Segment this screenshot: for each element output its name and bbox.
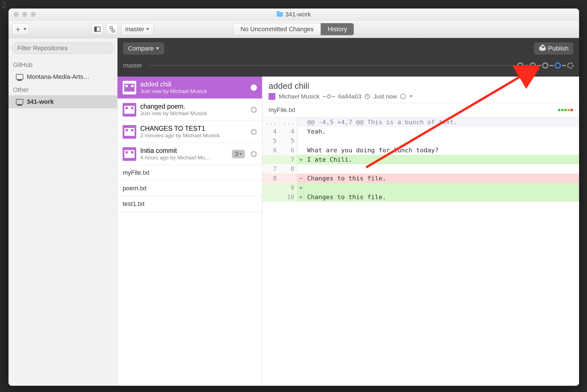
repo-label: 341-work <box>27 98 54 106</box>
commit-status-ring <box>251 129 257 135</box>
detail-author: Michael Musick <box>279 93 320 100</box>
commit-item[interactable]: changed poem. Just now by Michael Musick <box>118 99 262 121</box>
publish-button[interactable]: Publish <box>534 43 573 54</box>
branch-dropdown[interactable]: master <box>121 23 154 35</box>
commit-title: changed poem. <box>140 103 247 110</box>
commit-status-ring <box>251 107 257 113</box>
zoom-window-button[interactable] <box>31 12 36 17</box>
titlebar: 341-work <box>9 9 579 20</box>
diff-stat-dots <box>558 109 573 111</box>
avatar <box>269 93 275 100</box>
commit-subtitle: Just now by Michael Musick <box>140 88 247 94</box>
file-count-badge[interactable]: 3 <box>232 150 245 158</box>
branch-name: master <box>125 26 144 33</box>
diff-view[interactable]: ... ... @@ -4,5 +4,7 @@ This is a bunch … <box>262 117 579 202</box>
traffic-lights <box>9 12 36 17</box>
branch-icon <box>110 26 115 32</box>
detail-sha: 6a84a03 <box>338 93 362 100</box>
cloud-upload-icon <box>539 46 546 51</box>
sidebar-section-github: GitHub <box>9 58 117 70</box>
clock-icon <box>365 94 370 99</box>
chevron-down-icon <box>409 95 413 98</box>
commit-title: Initia commit <box>140 147 228 155</box>
toggle-sidebar-button[interactable] <box>91 23 103 35</box>
commit-status-ring <box>251 151 257 157</box>
commit-title: added chili <box>140 81 247 88</box>
branch-timeline: master <box>123 62 573 69</box>
repo-icon <box>16 74 23 80</box>
filter-repositories-input[interactable] <box>12 43 114 54</box>
gear-icon[interactable] <box>400 94 406 99</box>
chevron-down-icon <box>146 28 149 30</box>
minimize-window-button[interactable] <box>22 12 27 17</box>
sidebar-icon <box>94 27 100 32</box>
repo-icon <box>16 99 23 105</box>
plus-icon: ＋ <box>14 24 22 34</box>
tab-history[interactable]: History <box>320 23 354 35</box>
commit-title: CHANGES TO TEST1 <box>140 125 247 132</box>
commit-detail: added chili Michael Musick 6a84a03 Just … <box>262 77 579 386</box>
close-window-button[interactable] <box>14 12 19 17</box>
add-repo-button[interactable]: ＋ <box>12 23 29 35</box>
commit-dots <box>517 62 573 69</box>
folder-icon <box>277 12 283 17</box>
timeline-branch-label: master <box>123 62 142 69</box>
repo-label: Montana-Media-Arts… <box>27 73 89 81</box>
commit-subtitle: 2 minutes ago by Michael Musick <box>140 132 247 139</box>
avatar <box>123 125 136 139</box>
changed-file-item[interactable]: poem.txt <box>118 181 262 196</box>
commit-item[interactable]: CHANGES TO TEST1 2 minutes ago by Michae… <box>118 121 262 143</box>
repo-sidebar: GitHub Montana-Media-Arts… Other 341-wor… <box>9 38 118 386</box>
detail-commit-title: added chili <box>269 81 573 91</box>
diff-filename: myFile.txt <box>269 106 295 114</box>
avatar <box>123 103 136 117</box>
avatar <box>123 81 136 94</box>
editor-line-number-bg: 2 <box>2 1 6 10</box>
commit-list: added chili Just now by Michael Musick c… <box>118 77 262 386</box>
repo-item-341-work[interactable]: 341-work <box>9 95 117 108</box>
changed-file-item[interactable]: test1.txt <box>118 196 262 212</box>
detail-time: Just now <box>373 93 397 100</box>
changed-file-item[interactable]: myFile.txt <box>118 165 262 181</box>
commit-sha-icon <box>323 94 335 98</box>
repo-item-montana[interactable]: Montana-Media-Arts… <box>9 70 117 83</box>
chevron-down-icon <box>156 47 159 50</box>
window-title: 341-work <box>285 11 311 18</box>
app-window: 341-work ＋ master No Uncommitted Changes… <box>9 9 579 386</box>
history-header: Compare Publish master <box>118 38 579 77</box>
avatar <box>123 147 136 161</box>
commit-item[interactable]: Initia commit 4 hours ago by Michael Mu…… <box>118 143 262 165</box>
commit-item[interactable]: added chili Just now by Michael Musick <box>118 77 262 99</box>
tab-changes[interactable]: No Uncommitted Changes <box>234 23 320 35</box>
commit-status-ring <box>251 85 257 91</box>
view-segmented-control: No Uncommitted Changes History <box>233 23 354 35</box>
chevron-down-icon <box>23 28 27 30</box>
chevron-down-icon <box>239 153 242 155</box>
compare-button[interactable]: Compare <box>123 43 164 54</box>
commit-subtitle: 4 hours ago by Michael Mu… <box>140 155 228 161</box>
branch-button[interactable] <box>106 23 118 35</box>
sidebar-section-other: Other <box>9 83 117 95</box>
commit-subtitle: Just now by Michael Musick <box>140 110 247 117</box>
toolbar: ＋ master No Uncommitted Changes History <box>9 20 579 38</box>
